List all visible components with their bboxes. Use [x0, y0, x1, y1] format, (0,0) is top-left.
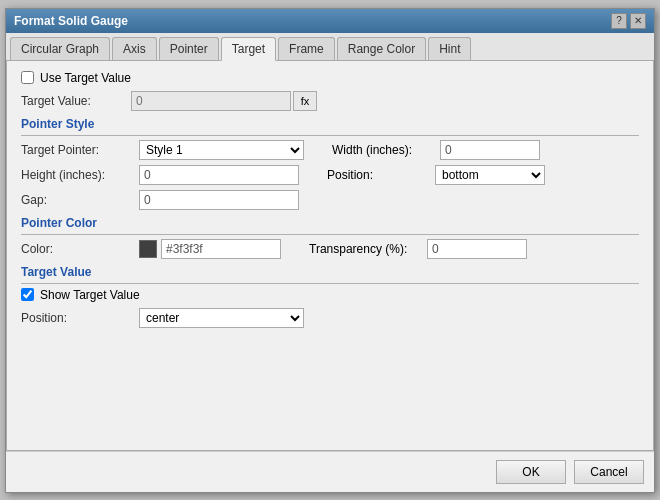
tab-target[interactable]: Target: [221, 37, 276, 61]
tv-position-select[interactable]: center top bottom left right: [139, 308, 304, 328]
pointer-style-section-label: Pointer Style: [21, 117, 639, 131]
target-pointer-width-row: Target Pointer: Style 1 Style 2 Style 3 …: [21, 140, 639, 160]
ok-button[interactable]: OK: [496, 460, 566, 484]
color-input[interactable]: #3f3f3f: [161, 239, 281, 259]
height-label: Height (inches):: [21, 168, 131, 182]
title-bar: Format Solid Gauge ? ✕: [6, 9, 654, 33]
tab-range-color[interactable]: Range Color: [337, 37, 426, 60]
use-target-value-row: Use Target Value: [21, 71, 639, 85]
show-target-value-checkbox[interactable]: [21, 288, 34, 301]
color-input-group: #3f3f3f: [139, 239, 281, 259]
color-transparency-row: Color: #3f3f3f Transparency (%): 0: [21, 239, 639, 259]
target-value-separator: [21, 283, 639, 284]
help-button[interactable]: ?: [611, 13, 627, 29]
width-label: Width (inches):: [332, 143, 432, 157]
width-input[interactable]: 0: [440, 140, 540, 160]
gap-label: Gap:: [21, 193, 131, 207]
tab-hint[interactable]: Hint: [428, 37, 471, 60]
show-target-value-row: Show Target Value: [21, 288, 639, 302]
dialog-footer: OK Cancel: [6, 451, 654, 492]
use-target-value-checkbox[interactable]: [21, 71, 34, 84]
position-label: Position:: [327, 168, 427, 182]
format-solid-gauge-dialog: Format Solid Gauge ? ✕ Circular Graph Ax…: [5, 8, 655, 493]
target-pointer-label: Target Pointer:: [21, 143, 131, 157]
tab-bar: Circular Graph Axis Pointer Target Frame…: [6, 33, 654, 61]
pointer-style-separator: [21, 135, 639, 136]
gap-input[interactable]: 0: [139, 190, 299, 210]
color-label: Color:: [21, 242, 131, 256]
pointer-color-separator: [21, 234, 639, 235]
tv-position-label: Position:: [21, 311, 131, 325]
height-position-row: Height (inches): 0 Position: bottom top …: [21, 165, 639, 185]
gap-row: Gap: 0: [21, 190, 639, 210]
target-value-section-label: Target Value: [21, 265, 639, 279]
dialog-title: Format Solid Gauge: [14, 14, 128, 28]
show-target-value-label: Show Target Value: [40, 288, 140, 302]
tab-circular-graph[interactable]: Circular Graph: [10, 37, 110, 60]
fx-button[interactable]: fx: [293, 91, 317, 111]
transparency-label: Transparency (%):: [309, 242, 419, 256]
target-value-label: Target Value:: [21, 94, 131, 108]
use-target-value-label: Use Target Value: [40, 71, 131, 85]
color-swatch[interactable]: [139, 240, 157, 258]
close-button[interactable]: ✕: [630, 13, 646, 29]
tab-frame[interactable]: Frame: [278, 37, 335, 60]
height-input[interactable]: 0: [139, 165, 299, 185]
target-value-row: Target Value: fx: [21, 91, 639, 111]
transparency-input[interactable]: 0: [427, 239, 527, 259]
tab-axis[interactable]: Axis: [112, 37, 157, 60]
tab-content: Use Target Value Target Value: fx Pointe…: [6, 61, 654, 451]
target-pointer-select[interactable]: Style 1 Style 2 Style 3: [139, 140, 304, 160]
position-select[interactable]: bottom top center: [435, 165, 545, 185]
cancel-button[interactable]: Cancel: [574, 460, 644, 484]
tab-pointer[interactable]: Pointer: [159, 37, 219, 60]
title-bar-buttons: ? ✕: [611, 13, 646, 29]
tv-position-row: Position: center top bottom left right: [21, 308, 639, 328]
pointer-color-section-label: Pointer Color: [21, 216, 639, 230]
target-value-input[interactable]: [131, 91, 291, 111]
